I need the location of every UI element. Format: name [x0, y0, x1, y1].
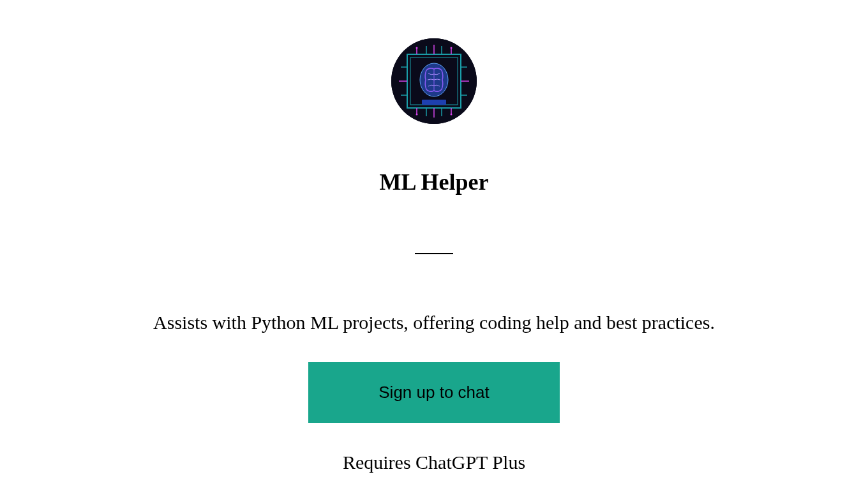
- svg-point-23: [451, 114, 453, 116]
- avatar: [391, 38, 477, 124]
- requirement-text: Requires ChatGPT Plus: [343, 452, 525, 473]
- svg-point-21: [451, 47, 453, 49]
- page-title: ML Helper: [380, 169, 489, 195]
- svg-rect-24: [422, 100, 446, 105]
- description-text: Assists with Python ML projects, offerin…: [153, 312, 715, 333]
- avatar-icon: [391, 38, 477, 124]
- svg-point-22: [416, 114, 418, 116]
- svg-point-20: [416, 47, 418, 49]
- divider: [415, 253, 453, 254]
- signup-button[interactable]: Sign up to chat: [308, 362, 559, 423]
